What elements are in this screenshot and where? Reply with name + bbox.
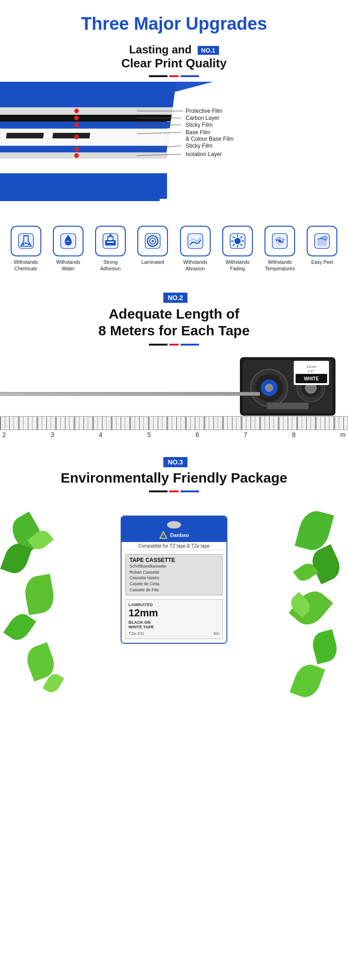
tape-measure-section: 12mm 0.47" WHITE 2 3 4 5 6 7 8 m: [0, 353, 348, 443]
icon-label-temps: WithstandsTemperatures: [265, 259, 295, 272]
ruler-num-5: 5: [147, 431, 151, 438]
abrasion-icon: [187, 232, 204, 250]
pkg-compat: Compatible for TZ tape & TZe tape: [122, 542, 226, 550]
pkg-tape-title: TAPE CASSETTE: [129, 557, 219, 563]
svg-text:Carbon Layer: Carbon Layer: [186, 115, 219, 121]
no3-badge: NO.3: [163, 457, 188, 467]
pkg-size-block: LAMINATED 12mm BLACK ONWHITE TAPE TZe-23…: [125, 599, 223, 639]
svg-point-76: [265, 384, 273, 392]
svg-rect-16: [6, 133, 44, 138]
svg-text:Base Film: Base Film: [186, 129, 210, 136]
divider2-black: [149, 344, 168, 346]
icon-box-chemicals: [11, 226, 41, 256]
icon-box-fading: [222, 226, 253, 256]
divider3-red: [169, 490, 179, 492]
svg-text:!: !: [163, 534, 164, 539]
icon-label-fading: WithstandsFading: [226, 259, 250, 272]
ruler-num-7: 7: [244, 431, 247, 438]
icon-adhesion: StrongAdhesion: [91, 226, 130, 272]
divider3-black: [149, 490, 168, 492]
svg-rect-18: [0, 146, 168, 152]
divider3-blue: [180, 490, 199, 492]
leaf-9: [309, 629, 340, 665]
tape-diagram-svg: Protective Film Carbon Layer Sticky Film…: [0, 82, 348, 212]
icon-water: WithstandsWater: [48, 226, 88, 272]
pkg-tape-sub: Schriftbandkassette Ruban Cassette Casse…: [129, 563, 219, 593]
svg-text:Protective Film: Protective Film: [186, 108, 222, 114]
section1-subtitle: Lasting and NO.1 Clear Print Quality: [0, 43, 348, 71]
section3-title: Environmentally Friendly Package: [9, 470, 339, 486]
svg-point-44: [27, 243, 29, 245]
divider-black: [149, 75, 168, 77]
icon-label-peel: Easy Peel: [311, 259, 333, 266]
divider2-red: [169, 344, 179, 346]
svg-point-26: [74, 153, 79, 158]
fading-icon: [229, 232, 246, 250]
divider-blue: [180, 75, 199, 77]
package-section: ! Danbao Compatible for TZ tape & TZe ta…: [0, 502, 348, 706]
ruler-labels: 2 3 4 5 6 7 8 m: [0, 430, 348, 438]
icon-temps: WithstandsTemperatures: [260, 226, 300, 272]
pkg-header: ! Danbao: [122, 516, 226, 542]
leaf-3: [23, 574, 57, 615]
icon-box-water: [53, 226, 84, 256]
icons-section: WithstandsChemicals WithstandsWater: [0, 212, 348, 276]
svg-text:& Colour Base Film: & Colour Base Film: [186, 136, 233, 142]
leaf-7: [308, 544, 344, 585]
svg-rect-17: [52, 133, 90, 138]
icon-box-peel: [307, 226, 337, 256]
svg-point-53: [152, 240, 154, 242]
ruler-num-8: 8: [292, 431, 296, 438]
svg-point-21: [74, 109, 79, 113]
tape-cassette: 12mm 0.47" WHITE: [239, 356, 336, 417]
section2-title: Adequate Length of 8 Meters for Each Tap…: [9, 306, 339, 339]
pkg-model-row: TZe-231 8m: [129, 631, 219, 636]
leaf-4: [3, 610, 36, 645]
subtitle-line1: Lasting and NO.1: [129, 43, 219, 56]
svg-point-23: [74, 123, 79, 127]
ruler-bar: [0, 416, 348, 430]
chemicals-icon: [17, 232, 35, 250]
icon-box-adhesion: [95, 226, 126, 256]
divider2-blue: [180, 344, 199, 346]
icon-chemicals: WithstandsChemicals: [6, 226, 45, 272]
pkg-brand-label: Danbao: [170, 532, 189, 538]
divider-red: [169, 75, 179, 77]
svg-text:Sticky Film: Sticky Film: [186, 122, 213, 128]
pkg-outer: ! Danbao Compatible for TZ tape & TZe ta…: [121, 516, 227, 644]
svg-point-24: [74, 135, 79, 139]
package-box: ! Danbao Compatible for TZ tape & TZe ta…: [121, 516, 227, 678]
svg-text:0.47": 0.47": [308, 370, 316, 373]
ruler-num-6: 6: [195, 431, 199, 438]
no2-badge: NO.2: [163, 293, 188, 303]
icon-label-water: WithstandsWater: [56, 259, 80, 272]
icon-abrasion: WithstandsAbrasion: [175, 226, 215, 272]
icon-label-laminated: Laminated: [142, 259, 164, 266]
triangle-warning-icon: !: [159, 531, 168, 539]
cassette-svg: 12mm 0.47" WHITE: [239, 356, 336, 417]
pkg-hang-hole: [167, 521, 181, 529]
pkg-tape-label: TAPE CASSETTE Schriftbandkassette Ruban …: [125, 554, 223, 595]
svg-point-43: [25, 242, 27, 244]
pkg-desc-label: BLACK ONWHITE TAPE: [129, 620, 219, 629]
svg-text:WHITE: WHITE: [304, 376, 319, 381]
section1: Lasting and NO.1 Clear Print Quality: [0, 43, 348, 77]
pkg-type-label: LAMINATED: [129, 602, 219, 607]
tape-line: [0, 392, 260, 396]
page-title: Three Major Upgrades: [0, 0, 348, 39]
ruler: 2 3 4 5 6 7 8 m: [0, 416, 348, 438]
pkg-body: TAPE CASSETTE Schriftbandkassette Ruban …: [122, 550, 226, 643]
svg-text:12mm: 12mm: [306, 365, 317, 369]
icon-peel: Easy Peel: [303, 226, 342, 266]
icons-row: WithstandsChemicals WithstandsWater: [5, 226, 343, 272]
svg-text:Sticky Film: Sticky Film: [186, 143, 213, 149]
water-icon: [59, 232, 77, 250]
svg-point-56: [234, 238, 240, 244]
svg-rect-85: [267, 403, 309, 409]
icon-label-adhesion: StrongAdhesion: [100, 259, 121, 272]
ruler-num-4: 4: [99, 431, 103, 438]
svg-point-22: [74, 116, 79, 120]
svg-rect-49: [107, 242, 114, 243]
temps-icon: [271, 232, 289, 250]
section3: NO.3 Environmentally Friendly Package: [0, 457, 348, 492]
